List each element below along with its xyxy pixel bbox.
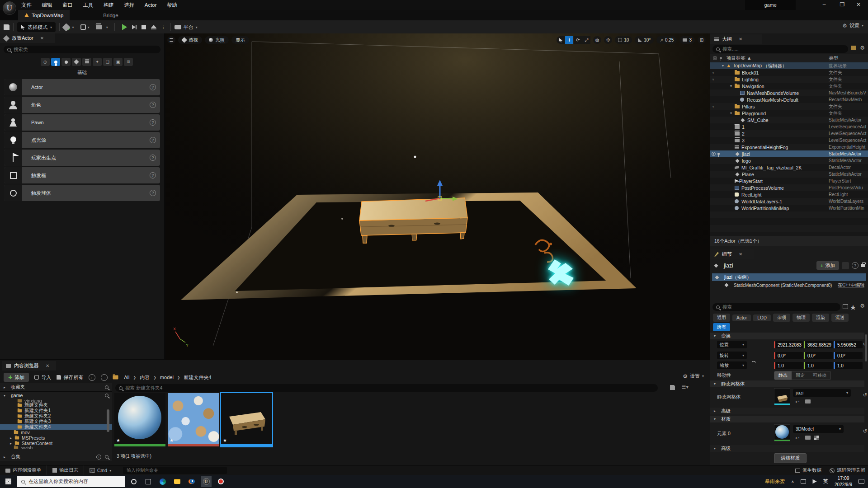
scale-z-field[interactable]: 1.0 bbox=[834, 362, 863, 369]
perspective-dropdown[interactable]: 透视 bbox=[178, 36, 202, 44]
skip-button[interactable] bbox=[132, 25, 137, 29]
viewport-3d[interactable]: X Y ☰ 透视 光照 显示 ✛ ⟳ ⤢ ◍ ✣ 10 10° bbox=[165, 33, 710, 360]
outliner-tab[interactable]: 大纲✕ bbox=[710, 34, 762, 44]
obs-record-icon[interactable] bbox=[215, 476, 226, 487]
location-dropdown[interactable]: 位置▾ bbox=[717, 341, 747, 348]
folder-item[interactable]: mov bbox=[0, 430, 112, 435]
pin-icon[interactable] bbox=[717, 153, 720, 155]
menu-build[interactable]: 构建 bbox=[99, 0, 118, 10]
outliner-row[interactable]: ∨Lighting文件夹 bbox=[710, 76, 868, 83]
place-item-pointlight[interactable]: 点光源? bbox=[4, 132, 160, 148]
outliner-row[interactable]: WorldDataLayers-1WorldDataLayers bbox=[710, 198, 868, 205]
advanced-section-collapsed[interactable]: ▸高级 bbox=[710, 408, 864, 414]
cortana-icon[interactable] bbox=[128, 476, 139, 487]
folder-item[interactable]: yinxiang bbox=[0, 399, 112, 403]
play-options-icon[interactable]: ⋮ bbox=[161, 25, 166, 29]
place-item-actor[interactable]: Actor? bbox=[4, 79, 160, 95]
add-collection-icon[interactable]: + bbox=[96, 455, 101, 460]
asset-search-input[interactable]: 搜索 新建文件夹4 bbox=[115, 384, 658, 392]
place-item-playerstart[interactable]: 玩家出生点? bbox=[4, 150, 160, 166]
add-actor-button[interactable]: + ▾ bbox=[63, 23, 74, 32]
material-asset-dropdown[interactable]: 3DModel▾ bbox=[793, 425, 844, 433]
favorites-icon[interactable]: ★ bbox=[850, 303, 856, 312]
show-dropdown[interactable]: 显示 bbox=[231, 36, 249, 44]
cmd-dropdown[interactable]: >_ Cmd▾ bbox=[84, 465, 117, 475]
unreal-editor-taskbar-icon[interactable]: U bbox=[201, 476, 212, 487]
lock-icon[interactable] bbox=[861, 264, 865, 267]
mobility-static[interactable]: 静态 bbox=[774, 371, 792, 380]
outliner-row-selected[interactable]: jiaziStaticMeshActor bbox=[710, 150, 868, 157]
save-search-icon[interactable] bbox=[670, 385, 675, 390]
label-column-header[interactable]: 项目标签 ▲ bbox=[726, 55, 751, 61]
geometry-icon[interactable]: ❏ bbox=[103, 58, 112, 66]
display-options-icon[interactable] bbox=[843, 304, 848, 309]
volume-tray-icon[interactable] bbox=[812, 479, 816, 484]
materials-section-header[interactable]: ▾材质 bbox=[710, 416, 864, 422]
outliner-settings-icon[interactable]: ⚙ bbox=[860, 45, 865, 51]
cinematics-button[interactable]: ▾ bbox=[96, 25, 108, 29]
outliner-row[interactable]: 1LevelSequenceAct bbox=[710, 123, 868, 130]
close-icon[interactable]: ✕ bbox=[739, 37, 742, 42]
rotation-snap-toggle[interactable]: 10° bbox=[635, 36, 654, 44]
filter-chip[interactable]: LOD bbox=[753, 314, 771, 321]
folder-item[interactable]: 新建文件夹2 bbox=[0, 413, 112, 419]
outliner-row[interactable]: ∨Block01文件夹 bbox=[710, 69, 868, 76]
edit-in-cpp-link[interactable]: 在C++中编辑 bbox=[838, 282, 866, 288]
menu-help[interactable]: 帮助 bbox=[163, 0, 181, 10]
component-row[interactable]: StaticMeshComponent (StaticMeshComponent… bbox=[712, 282, 866, 289]
tray-expand-icon[interactable]: ∧ bbox=[791, 479, 794, 484]
location-z-field[interactable]: 5.950652 bbox=[834, 341, 863, 348]
staticmesh-asset-dropdown[interactable]: jiazi▾ bbox=[793, 389, 851, 397]
file-explorer-icon[interactable] bbox=[172, 476, 183, 487]
outliner-row[interactable]: RecastNavMesh-DefaultRecastNavMesh bbox=[710, 96, 868, 103]
blueprint-edit-icon[interactable] bbox=[842, 262, 849, 269]
menu-window[interactable]: 窗口 bbox=[58, 0, 77, 10]
grid-snap-toggle[interactable]: 10 bbox=[615, 36, 632, 44]
tab-bridge[interactable]: Bridge bbox=[97, 10, 124, 20]
scale-dropdown[interactable]: 缩放▾ bbox=[717, 361, 747, 369]
browse-to-asset-icon[interactable] bbox=[805, 436, 811, 440]
filter-chip[interactable]: 通用 bbox=[713, 314, 730, 322]
output-log-button[interactable]: 输出日志 bbox=[47, 465, 84, 475]
source-control-button[interactable]: 源码管理关闭 bbox=[830, 467, 865, 474]
bake-materials-button[interactable]: 烘焙材质 bbox=[774, 453, 807, 463]
folder-item[interactable]: 新建文件夹1 bbox=[0, 408, 112, 413]
filter-chip[interactable]: 杂项 bbox=[773, 314, 790, 322]
move-tool-icon[interactable]: ✛ bbox=[565, 36, 573, 44]
menu-edit[interactable]: 编辑 bbox=[38, 0, 56, 10]
outliner-row[interactable]: logoStaticMeshActor bbox=[710, 157, 868, 164]
root-folder-row[interactable]: ▾game bbox=[0, 392, 112, 399]
place-item-triggerbox[interactable]: 触发框? bbox=[4, 167, 160, 183]
filter-chip[interactable]: 物理 bbox=[793, 314, 810, 322]
filter-all-chip[interactable]: 所有 bbox=[713, 323, 730, 331]
folder-item[interactable]: swish bbox=[0, 446, 112, 449]
start-button[interactable] bbox=[3, 476, 14, 487]
platform-dropdown[interactable]: 平台▾ bbox=[175, 24, 198, 31]
pin-column-icon[interactable] bbox=[720, 57, 722, 59]
outliner-row[interactable]: SM_CubeStaticMeshActor bbox=[710, 117, 868, 123]
breadcrumb-folder4[interactable]: 新建文件夹4 bbox=[184, 374, 212, 381]
edge-icon[interactable] bbox=[157, 476, 168, 487]
details-tab[interactable]: 细节✕ bbox=[710, 249, 754, 259]
transform-section-header[interactable]: ▾变换 bbox=[710, 333, 864, 339]
filter-chip[interactable]: 渲染 bbox=[812, 314, 829, 322]
asset-thumbnail-material[interactable]: ★ bbox=[114, 393, 165, 446]
close-button[interactable]: ✕ bbox=[851, 0, 866, 10]
taskbar-search[interactable]: 在这里输入你要搜索的内容 bbox=[17, 476, 125, 487]
outliner-row[interactable]: 3LevelSequenceAct bbox=[710, 137, 868, 144]
rotate-tool-icon[interactable]: ⟳ bbox=[574, 36, 582, 44]
folder-scrollbar[interactable] bbox=[107, 409, 109, 432]
outliner-row[interactable]: ExponentialHeightFogExponentialHeight bbox=[710, 144, 868, 150]
settings-dropdown[interactable]: ⚙ 设置▾ bbox=[842, 22, 863, 29]
type-column-header[interactable]: 类型 bbox=[829, 55, 838, 61]
breadcrumb-content[interactable]: 内容 bbox=[140, 374, 150, 381]
class-search-input[interactable]: 搜索类 bbox=[4, 46, 160, 53]
folder-item[interactable]: ▸MSPresets bbox=[0, 435, 112, 441]
blender-icon[interactable] bbox=[186, 476, 197, 487]
select-tool-icon[interactable] bbox=[557, 36, 565, 44]
eject-button[interactable] bbox=[151, 25, 156, 29]
vfx-icon[interactable]: ✦ bbox=[93, 58, 102, 66]
display-tray-icon[interactable] bbox=[801, 479, 806, 483]
material-options-icon[interactable] bbox=[814, 436, 819, 440]
outliner-row[interactable]: WorldPartitionMiniMapWorldPartitionMin bbox=[710, 205, 868, 211]
